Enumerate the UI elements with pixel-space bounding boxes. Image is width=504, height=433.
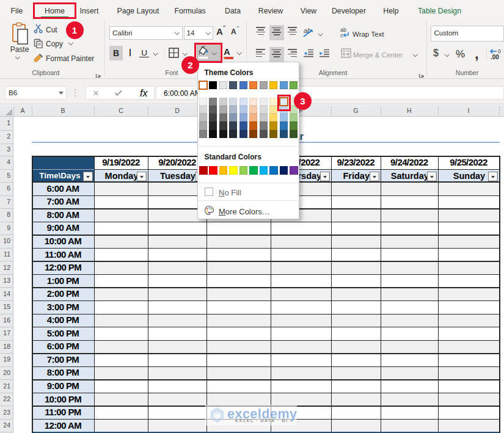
svg-text:.00: .00 [491, 54, 499, 60]
svg-text:c: c [340, 32, 343, 38]
